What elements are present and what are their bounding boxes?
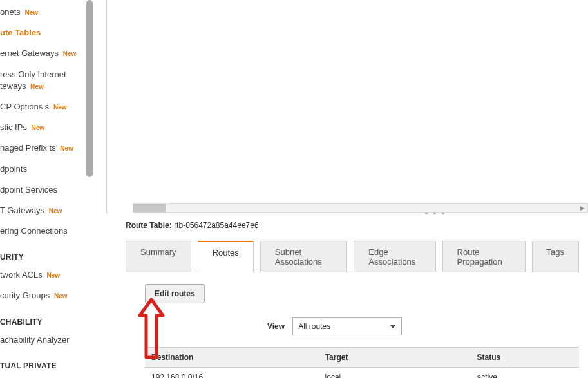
edit-routes-button[interactable]: Edit routes: [145, 284, 205, 303]
sidebar: onets New ute Tables ernet Gateways New …: [0, 0, 93, 378]
sidebar-item-endpoint-services[interactable]: dpoint Services: [0, 182, 93, 198]
sidebar-heading-vpn: TUAL PRIVATE: [0, 360, 93, 372]
new-badge: New: [32, 124, 45, 131]
sidebar-item-network-acls[interactable]: twork ACLs New: [0, 267, 93, 283]
cell-destination: 192.168.0.0/16: [145, 368, 319, 379]
new-badge: New: [30, 83, 44, 90]
sidebar-heading-security: URITY: [0, 251, 93, 263]
tab-route-propagation[interactable]: Route Propagation: [442, 241, 526, 272]
sidebar-item-route-tables[interactable]: ute Tables: [0, 24, 93, 41]
sidebar-scrollbar[interactable]: [86, 0, 93, 177]
sidebar-item-internet-gateways[interactable]: ernet Gateways New: [0, 45, 93, 62]
list-pane: ▶: [106, 0, 588, 213]
table-row[interactable]: 192.168.0.0/16 local active: [145, 368, 579, 379]
sidebar-item-endpoints[interactable]: dpoints: [0, 161, 93, 178]
detail-pane: ● ● ● Route Table: rtb-056472a85a44ee7e6…: [106, 213, 588, 378]
col-status[interactable]: Status: [470, 348, 579, 368]
sidebar-item-subnets[interactable]: onets New: [0, 4, 93, 21]
chevron-down-icon: [390, 325, 396, 328]
new-badge: New: [63, 50, 77, 57]
sidebar-item-dhcp-options[interactable]: CP Options s New: [0, 99, 93, 115]
new-badge: New: [46, 272, 60, 279]
sidebar-item-elastic-ips[interactable]: stic IPs New: [0, 119, 93, 136]
tabs: Summary Routes Subnet Associations Edge …: [126, 240, 579, 272]
tab-summary[interactable]: Summary: [126, 241, 191, 272]
sidebar-gap: [93, 0, 106, 378]
sidebar-item-managed-prefix-lists[interactable]: naged Prefix ts New: [0, 140, 93, 156]
cell-target: local: [319, 368, 471, 379]
col-destination[interactable]: Destination: [145, 348, 319, 368]
new-badge: New: [49, 207, 62, 214]
sidebar-item-security-groups[interactable]: curity Groups New: [0, 287, 93, 304]
view-select[interactable]: All routes: [292, 317, 402, 335]
table-header-row: Destination Target Status: [145, 348, 579, 368]
sidebar-item-nat-gateways[interactable]: T Gateways New: [0, 202, 93, 219]
sidebar-heading-reachability: CHABILITY: [0, 316, 93, 328]
scroll-right-icon[interactable]: ▶: [578, 204, 587, 212]
main-area: ▶ ● ● ● Route Table: rtb-056472a85a44ee7…: [106, 0, 588, 378]
tab-routes[interactable]: Routes: [198, 241, 254, 272]
routes-table: Destination Target Status 192.168.0.0/16…: [145, 347, 579, 378]
sidebar-item-egress-only-igw[interactable]: ress Only Internet teways New: [0, 66, 93, 95]
view-label: View: [267, 322, 285, 331]
sidebar-item-reachability-analyzer[interactable]: achability Analyzer: [0, 332, 93, 348]
sidebar-item-peering-connections[interactable]: ering Connections: [0, 223, 93, 240]
new-badge: New: [53, 104, 67, 111]
new-badge: New: [24, 9, 38, 16]
tab-edge-associations[interactable]: Edge Associations: [354, 241, 435, 272]
tab-subnet-associations[interactable]: Subnet Associations: [260, 241, 348, 272]
view-filter-row: View All routes: [267, 317, 579, 335]
tab-tags[interactable]: Tags: [532, 241, 579, 272]
col-target[interactable]: Target: [319, 348, 471, 368]
cell-status: active: [470, 368, 579, 379]
tab-body-routes: Edit routes View All routes Destination …: [126, 272, 579, 378]
horizontal-scrollbar[interactable]: ▶: [133, 203, 588, 213]
new-badge: New: [60, 145, 73, 152]
new-badge: New: [54, 292, 68, 299]
route-table-title: Route Table: rtb-056472a85a44ee7e6: [126, 221, 579, 230]
scrollbar-thumb[interactable]: [133, 204, 166, 212]
pane-resizer-icon[interactable]: ● ● ●: [424, 209, 446, 216]
